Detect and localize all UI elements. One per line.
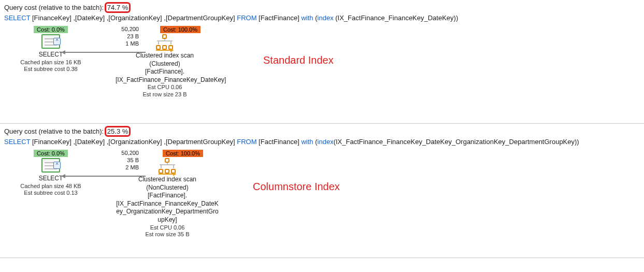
operator-cost-pill: Cost: 0.0%	[34, 26, 68, 33]
annotation-label: Standard Index	[263, 54, 334, 66]
query-cost-line: Query cost (relative to the batch): 25.3…	[4, 126, 640, 137]
scan-est-row-size: Est row size 35 B	[116, 231, 219, 238]
est-subtree-cost: Est subtree cost 0.13	[20, 190, 82, 197]
query-cost-value: 74.7 %	[107, 4, 128, 11]
scan-caption-3: [FactFinance].	[116, 68, 214, 76]
collapse-toggle[interactable]: ^	[53, 38, 61, 45]
scan-caption-1: Clustered index scan	[116, 52, 214, 60]
query-cost-label: Query cost (relative to the batch):	[4, 4, 104, 11]
sql-keyword-index: index	[318, 138, 334, 146]
scan-caption-3: [FactFinance].	[116, 192, 219, 200]
scan-caption-1: Clustered index scan	[116, 176, 219, 184]
scan-caption-4: [IX_FactFinance_FinanceKey_DateKey]	[116, 76, 214, 84]
collapse-toggle[interactable]: ^	[53, 162, 61, 169]
operator-select[interactable]: Cost: 0.0% SELECT Cached plan size 48 KB…	[20, 150, 82, 197]
cached-plan-size: Cached plan size 16 KB	[20, 59, 82, 66]
sql-index-hint: (IX_FactFinance_FinanceKey_DateKey))	[334, 14, 459, 22]
scan-est-row-size: Est row size 23 B	[116, 91, 214, 98]
cached-plan-size: Cached plan size 48 KB	[20, 183, 82, 190]
query-cost-label: Query cost (relative to the batch):	[4, 127, 104, 135]
sql-statement: SELECT [FinanceKey] ,[DateKey] ,[Organiz…	[4, 138, 640, 146]
operator-cost-pill: Cost: 0.0%	[34, 150, 68, 157]
sql-keyword-with: with	[301, 138, 313, 146]
scan-caption-2: (Clustered)	[116, 60, 214, 68]
plan-diagram[interactable]: Cost: 0.0% SELECT Cached plan size 16 KB…	[4, 26, 640, 119]
sql-index-hint: (IX_FactFinance_FinanceKey_DateKey_Organ…	[334, 138, 579, 146]
scan-est-cpu: Est CPU 0.06	[116, 224, 219, 232]
sql-table: [FactFinance]	[257, 138, 302, 146]
sql-table: [FactFinance]	[257, 14, 302, 22]
operator-select[interactable]: Cost: 0.0% SELECT Cached plan size 16 KB…	[20, 26, 82, 73]
index-scan-icon	[158, 158, 177, 174]
annotation-label: Columnstore Index	[253, 181, 340, 193]
est-subtree-cost: Est subtree cost 0.38	[20, 66, 82, 73]
sql-columns: [FinanceKey] ,[DateKey] ,[OrganizationKe…	[30, 138, 237, 146]
scan-est-cpu: Est CPU 0.06	[116, 84, 214, 91]
operator-index-scan[interactable]: Cost: 100.0% Clustered index scan (Clust…	[116, 26, 214, 98]
sql-keyword-index: index	[318, 14, 334, 22]
operator-index-scan[interactable]: Cost: 100.0% Clustered index scan (NonCl…	[116, 150, 219, 238]
query-cost-value: 25.3 %	[107, 127, 128, 135]
sql-keyword-with: with	[301, 14, 313, 22]
query-cost-highlight: 25.3 %	[105, 126, 131, 137]
sql-paren: (	[313, 138, 318, 146]
index-scan-icon	[155, 34, 175, 50]
sql-columns: [FinanceKey] ,[DateKey] ,[OrganizationKe…	[30, 14, 237, 22]
query-cost-line: Query cost (relative to the batch): 74.7…	[4, 2, 640, 13]
sql-statement: SELECT [FinanceKey] ,[DateKey] ,[Organiz…	[4, 14, 640, 22]
sql-keyword-select: SELECT	[4, 14, 30, 22]
operator-cost-pill: Cost: 100.0%	[160, 26, 201, 33]
sql-keyword-from: FROM	[237, 138, 256, 146]
query-cost-highlight: 74.7 %	[105, 2, 131, 13]
operator-cost-pill: Cost: 100.0%	[163, 150, 203, 157]
execution-plan-1: Query cost (relative to the batch): 74.7…	[0, 0, 644, 124]
plan-diagram[interactable]: Cost: 0.0% SELECT Cached plan size 48 KB…	[4, 150, 640, 253]
sql-keyword-select: SELECT	[4, 138, 30, 146]
scan-caption-4: [IX_FactFinance_FinanceKey_DateKey_Organ…	[116, 200, 219, 224]
sql-keyword-from: FROM	[237, 14, 256, 22]
sql-paren: (	[313, 14, 318, 22]
execution-plan-2: Query cost (relative to the batch): 25.3…	[0, 124, 644, 258]
scan-caption-2: (NonClustered)	[116, 184, 219, 192]
